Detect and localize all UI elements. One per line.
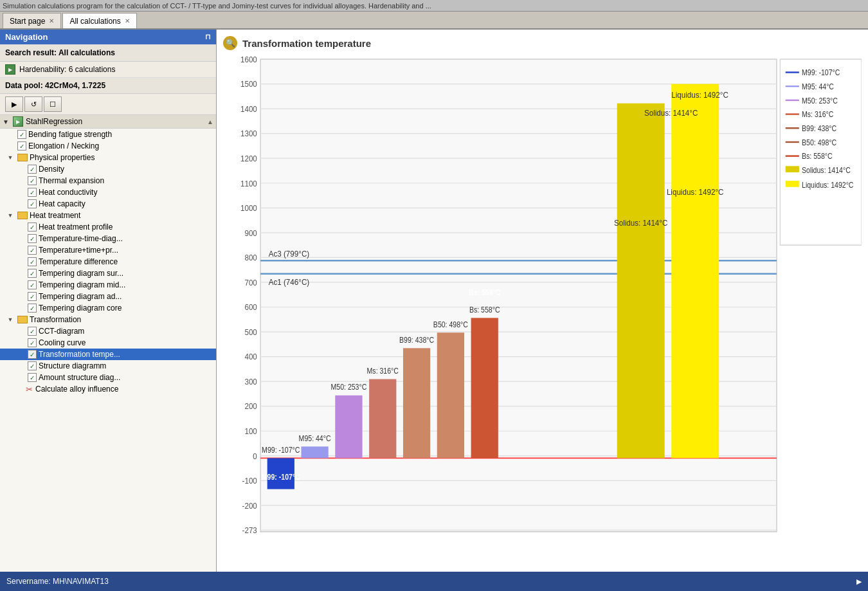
sidebar-item-transformation-folder[interactable]: ▼ Transformation — [0, 314, 216, 325]
label-amount: Amount structure diag... — [39, 373, 120, 382]
svg-rect-75 — [786, 181, 799, 187]
svg-text:Bs: 558°C: Bs: 558°C — [802, 152, 833, 161]
sidebar-item-heat-treatment-folder[interactable]: ▼ Heat treatment — [0, 210, 216, 221]
label-density: Density — [39, 165, 64, 174]
checkbox-trans-temp[interactable] — [28, 350, 37, 359]
checkbox-cct[interactable] — [28, 327, 37, 336]
checkbox-ts[interactable] — [28, 269, 37, 278]
checkbox-tc[interactable] — [28, 304, 37, 313]
sidebar-item-cct[interactable]: CCT-diagram — [0, 325, 216, 337]
sidebar-item-calc-alloy[interactable]: ✂ Calculate alloy influence — [0, 383, 216, 395]
sidebar-item-thermal[interactable]: Thermal expansion — [0, 175, 216, 186]
scissors-icon: ✂ — [26, 385, 33, 394]
svg-text:-100: -100 — [242, 476, 257, 486]
tab-start-page-close[interactable]: ✕ — [49, 17, 54, 24]
svg-text:Ac1 (746°C): Ac1 (746°C) — [269, 277, 309, 287]
folder-icon-physical — [17, 154, 28, 161]
label-tc: Tempering diagram core — [39, 304, 122, 313]
toolbar-btn-2[interactable]: ↺ — [24, 96, 42, 112]
sidebar-item-ht-profile[interactable]: Heat treatment profile — [0, 221, 216, 233]
page-title: 🔍 Transformation temperature — [223, 36, 862, 50]
checkbox-elongation[interactable] — [17, 141, 26, 150]
sidebar-item-ts[interactable]: Tempering diagram sur... — [0, 268, 216, 279]
svg-text:1000: 1000 — [240, 203, 257, 213]
label-heat-treatment: Heat treatment — [30, 211, 80, 220]
checkbox-tm[interactable] — [28, 280, 37, 289]
checkbox-ta[interactable] — [28, 292, 37, 301]
sidebar-item-cooling[interactable]: Cooling curve — [0, 337, 216, 349]
checkbox-thermal[interactable] — [28, 176, 37, 185]
tab-all-calculations[interactable]: All calculations ✕ — [62, 13, 136, 28]
label-ta: Tempering diagram ad... — [39, 292, 122, 301]
svg-text:B50: 498°C: B50: 498°C — [802, 138, 836, 147]
label-ttp: Temperature+time+pr... — [39, 246, 118, 255]
root-expand-icon: ▼ — [3, 118, 10, 125]
sidebar-item-ta[interactable]: Tempering diagram ad... — [0, 291, 216, 302]
bar-Bs — [471, 318, 498, 458]
checkbox-structure[interactable] — [28, 361, 37, 370]
label-heat-cond: Heat conductivity — [39, 188, 97, 197]
sidebar-item-tm[interactable]: Tempering diagram mid... — [0, 279, 216, 291]
sidebar-item-heat-cap[interactable]: Heat capacity — [0, 198, 216, 210]
sidebar-item-ttp[interactable]: Temperature+time+pr... — [0, 244, 216, 256]
sidebar-item-bending[interactable]: Bending fatigue strength — [0, 129, 216, 140]
tab-all-calculations-close[interactable]: ✕ — [125, 17, 130, 24]
checkbox-heat-cond[interactable] — [28, 188, 37, 197]
server-name: Servername: MH\NAVIMAT13 — [6, 577, 109, 586]
top-banner: Simulation calculations program for the … — [0, 0, 868, 12]
svg-text:1100: 1100 — [240, 179, 257, 188]
checkbox-density[interactable] — [28, 165, 37, 174]
tab-all-calculations-label: All calculations — [69, 17, 120, 26]
tab-start-page-label: Start page — [10, 17, 45, 26]
svg-text:400: 400 — [244, 352, 257, 362]
checkbox-temp-diff[interactable] — [28, 257, 37, 266]
svg-text:Bs: 558°C: Bs: 558°C — [469, 289, 500, 297]
svg-text:1500: 1500 — [240, 80, 257, 89]
svg-text:1400: 1400 — [240, 104, 257, 114]
svg-text:-273: -273 — [242, 526, 257, 536]
svg-text:Ac3 (799°C): Ac3 (799°C) — [269, 250, 309, 259]
status-bar-right: ▶ — [856, 577, 862, 586]
sidebar-item-structure[interactable]: Structure diagramm — [0, 360, 216, 372]
sidebar-item-physical-folder[interactable]: ▼ Physical properties — [0, 152, 216, 163]
svg-text:100: 100 — [244, 426, 257, 436]
tree-root[interactable]: ▼ ▶ StahlRegression ▲ — [0, 115, 216, 129]
svg-text:Liquidus: 1492°C: Liquidus: 1492°C — [671, 91, 728, 100]
sidebar-header: Navigation ⊓ — [0, 30, 216, 44]
sidebar-item-tc[interactable]: Tempering diagram core — [0, 302, 216, 314]
checkbox-amount[interactable] — [28, 373, 37, 382]
sidebar-item-heat-cond[interactable]: Heat conductivity — [0, 186, 216, 198]
svg-text:M99: -107°C: M99: -107°C — [262, 446, 300, 454]
checkbox-cooling[interactable] — [28, 338, 37, 347]
svg-text:B99: 438°C: B99: 438°C — [802, 124, 836, 132]
svg-rect-73 — [786, 166, 799, 172]
sidebar-item-density[interactable]: Density — [0, 163, 216, 175]
sidebar: Navigation ⊓ Search result: All calculat… — [0, 30, 217, 572]
checkbox-heat-cap[interactable] — [28, 199, 37, 208]
checkbox-bending[interactable] — [17, 130, 26, 139]
checkbox-ttd[interactable] — [28, 234, 37, 243]
svg-text:Solidus: 1414°C: Solidus: 1414°C — [802, 166, 851, 174]
toolbar-btn-3[interactable]: ☐ — [44, 96, 62, 112]
sidebar-pin[interactable]: ⊓ — [205, 33, 211, 41]
sidebar-item-transformation-temp[interactable]: Transformation tempe... — [0, 349, 216, 360]
svg-text:M99: -107°C: M99: -107°C — [262, 473, 300, 481]
tree-container: ▼ ▶ StahlRegression ▲ Bending fatigue st… — [0, 115, 216, 572]
sidebar-item-elongation[interactable]: Elongation / Necking — [0, 140, 216, 152]
label-structure: Structure diagramm — [39, 361, 106, 370]
tab-start-page[interactable]: Start page ✕ — [3, 13, 61, 28]
sidebar-item-amount[interactable]: Amount structure diag... — [0, 372, 216, 383]
toolbar: ▶ ↺ ☐ — [0, 94, 216, 115]
checkbox-ttp[interactable] — [28, 246, 37, 255]
label-thermal: Thermal expansion — [39, 176, 104, 185]
toolbar-btn-1[interactable]: ▶ — [5, 96, 23, 112]
svg-text:M50: 253°C: M50: 253°C — [331, 383, 367, 392]
sidebar-item-temp-diff[interactable]: Temperature difference — [0, 256, 216, 268]
checkbox-ht-profile[interactable] — [28, 223, 37, 232]
label-temp-diff: Temperature difference — [39, 257, 118, 266]
svg-text:Solidus: 1414°C: Solidus: 1414°C — [614, 218, 667, 228]
label-bending: Bending fatigue strength — [28, 130, 112, 139]
sidebar-item-ttd[interactable]: Temperature-time-diag... — [0, 233, 216, 244]
svg-text:1200: 1200 — [240, 154, 257, 163]
svg-text:M95: 44°C: M95: 44°C — [299, 434, 331, 442]
